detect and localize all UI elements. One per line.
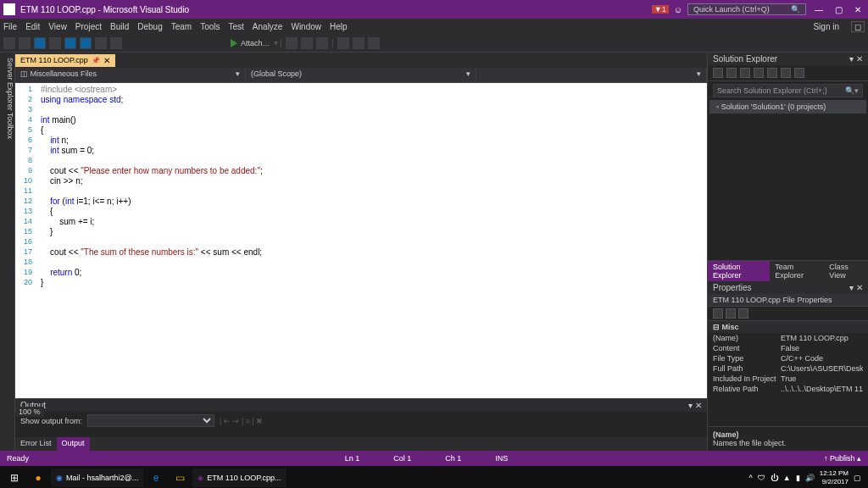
menu-debug[interactable]: Debug — [137, 22, 162, 31]
minimize-button[interactable]: — — [811, 5, 826, 14]
output-source-select[interactable] — [87, 414, 214, 427]
tray-clock[interactable]: 12:12 PM9/2/2017 — [820, 469, 849, 486]
code-line[interactable]: 11 — [20, 186, 707, 197]
code-line[interactable]: 5{ — [20, 125, 707, 136]
code-line[interactable]: 15 } — [20, 227, 707, 237]
solexp-more-icon[interactable] — [794, 68, 804, 78]
start-button-icon[interactable] — [231, 39, 237, 47]
code-line[interactable]: 9 cout << "Please enter how many numbers… — [20, 166, 707, 176]
property-row[interactable]: Relative Path..\..\..\..\Desktop\ETM 110… — [708, 384, 868, 394]
tab-close-icon[interactable]: ✕ — [103, 56, 110, 65]
property-row[interactable]: File TypeC/C++ Code — [708, 353, 868, 363]
code-line[interactable]: 6 int n; — [20, 136, 707, 146]
code-line[interactable]: 13 { — [20, 207, 707, 217]
user-icon[interactable]: ◻ — [851, 21, 865, 32]
code-line[interactable]: 4int main() — [20, 115, 707, 125]
code-line[interactable]: 19 return 0; — [20, 268, 707, 278]
solexp-search-input[interactable]: Search Solution Explorer (Ctrl+;)🔍▾ — [713, 84, 863, 97]
code-line[interactable]: 8 — [20, 156, 707, 166]
props-page-icon[interactable] — [738, 308, 748, 319]
solexp-showall-icon[interactable] — [767, 68, 777, 78]
solexp-sync-icon[interactable] — [740, 68, 750, 78]
start-button[interactable]: ⊞ — [3, 469, 25, 487]
scope-combo-3[interactable]: ▾ — [476, 68, 707, 82]
tab-error-list[interactable]: Error List — [15, 437, 57, 451]
ext-button-1[interactable] — [337, 37, 349, 49]
nav-back-button[interactable] — [3, 37, 15, 49]
props-cat-icon[interactable] — [713, 308, 723, 319]
zoom-level[interactable]: 100 % — [15, 407, 44, 417]
code-line[interactable]: 2using namespace std; — [20, 95, 707, 105]
ext-button-3[interactable] — [368, 37, 380, 49]
menu-edit[interactable]: Edit — [25, 22, 40, 31]
tray-shield-icon[interactable]: 🛡 — [758, 474, 765, 482]
props-az-icon[interactable] — [726, 308, 736, 319]
code-line[interactable]: 12 for (int i=1; i<= n; i++) — [20, 197, 707, 207]
props-category[interactable]: ⊟ Misc — [708, 321, 868, 333]
property-row[interactable]: (Name)ETM 110 LOOP.cpp — [708, 333, 868, 343]
redo-button[interactable] — [110, 37, 122, 49]
task-vs[interactable]: ◆ETM 110 LOOP.cpp... — [192, 469, 286, 487]
attach-button[interactable]: Attach… — [241, 39, 270, 47]
solexp-home-icon[interactable] — [713, 68, 723, 78]
firefox-icon[interactable]: ● — [27, 469, 49, 487]
new-button[interactable] — [34, 37, 46, 49]
undo-button[interactable] — [95, 37, 107, 49]
property-row[interactable]: Included In ProjectTrue — [708, 374, 868, 384]
save-all-button[interactable] — [80, 37, 92, 49]
menu-tools[interactable]: Tools — [200, 22, 220, 31]
nav-fwd-button[interactable] — [19, 37, 31, 49]
tab-team-explorer[interactable]: Team Explorer — [770, 261, 824, 281]
solexp-props-icon[interactable] — [754, 68, 764, 78]
menu-view[interactable]: View — [48, 22, 67, 31]
notification-badge[interactable]: ▼1 — [652, 5, 669, 14]
tray-volume-icon[interactable]: 🔊 — [805, 474, 815, 482]
quick-launch-input[interactable]: Quick Launch (Ctrl+Q)🔍 — [687, 3, 806, 15]
left-sidebar-tabs[interactable]: Server Explorer Toolbox — [0, 53, 15, 451]
sign-in-link[interactable]: Sign in — [813, 22, 839, 31]
code-line[interactable]: 17 cout << "The sum of these numbers is:… — [20, 247, 707, 258]
menu-window[interactable]: Window — [291, 22, 321, 31]
property-row[interactable]: Full PathC:\Users\ASUSER\Desktop\ETM — [708, 363, 868, 374]
output-controls[interactable]: ▾ ✕ — [688, 401, 702, 410]
ext-button-2[interactable] — [353, 37, 364, 49]
menu-test[interactable]: Test — [229, 22, 244, 31]
menu-analyze[interactable]: Analyze — [253, 22, 283, 31]
pin-icon[interactable]: 📌 — [92, 57, 100, 64]
solexp-collapse-icon[interactable] — [781, 68, 791, 78]
step-button-2[interactable] — [301, 37, 313, 49]
editor-tab[interactable]: ETM 110 LOOP.cpp 📌 ✕ — [15, 54, 115, 67]
solexp-refresh-icon[interactable] — [726, 68, 737, 78]
step-button-3[interactable] — [316, 37, 328, 49]
property-row[interactable]: ContentFalse — [708, 343, 868, 353]
props-controls[interactable]: ▾ ✕ — [849, 283, 863, 292]
solexp-controls[interactable]: ▾ ✕ — [849, 54, 863, 64]
tray-battery-icon[interactable]: ▮ — [796, 474, 800, 482]
edge-icon[interactable]: e — [145, 469, 167, 487]
scope-combo-1[interactable]: ◫ Miscellaneous Files▾ — [15, 68, 246, 82]
tray-notify-icon[interactable]: ▢ — [854, 474, 861, 482]
menu-project[interactable]: Project — [75, 22, 102, 31]
open-button[interactable] — [49, 37, 61, 49]
solution-node[interactable]: ▫ Solution 'Solution1' (0 projects) — [709, 100, 866, 114]
step-button-1[interactable] — [286, 37, 298, 49]
code-line[interactable]: 16 — [20, 237, 707, 247]
tab-output[interactable]: Output — [57, 437, 90, 451]
code-editor[interactable]: 1#include <iostream>2using namespace std… — [15, 83, 707, 398]
publish-button[interactable]: ↑ Publish ▴ — [824, 454, 861, 463]
tab-solution-explorer[interactable]: Solution Explorer — [708, 261, 770, 281]
menu-help[interactable]: Help — [330, 22, 348, 31]
code-line[interactable]: 18 — [20, 258, 707, 268]
explorer-icon[interactable]: ▭ — [169, 469, 191, 487]
restore-button[interactable]: ▢ — [832, 5, 846, 14]
tab-class-view[interactable]: Class View — [824, 261, 868, 281]
code-line[interactable]: 14 sum += i; — [20, 217, 707, 227]
code-line[interactable]: 10 cin >> n; — [20, 176, 707, 186]
tray-wifi-icon[interactable]: ▲ — [783, 474, 791, 482]
code-line[interactable]: 1#include <iostream> — [20, 85, 707, 95]
tray-power-icon[interactable]: ⏻ — [771, 474, 778, 482]
code-line[interactable]: 3 — [20, 105, 707, 115]
menu-build[interactable]: Build — [110, 22, 129, 31]
code-line[interactable]: 7 int sum = 0; — [20, 146, 707, 156]
tray-up-icon[interactable]: ^ — [749, 474, 753, 482]
